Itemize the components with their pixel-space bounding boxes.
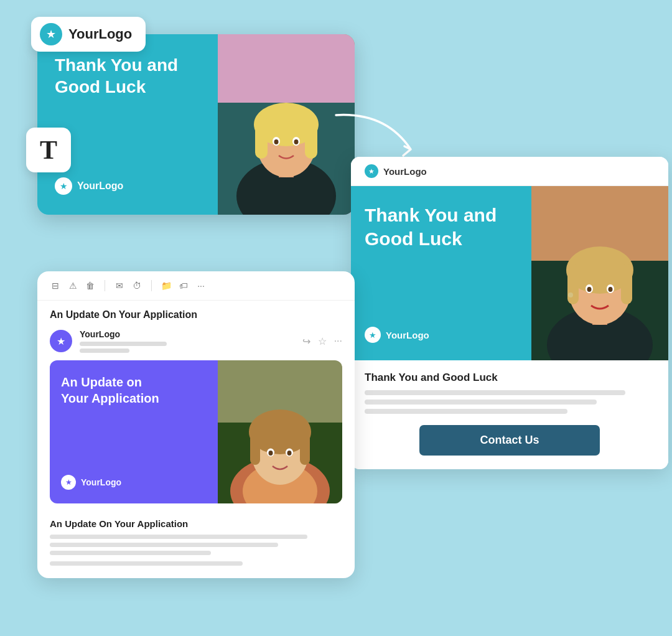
email-card-title: An Update onYour Application (61, 374, 207, 406)
star-action-icon[interactable]: ☆ (318, 335, 327, 347)
text-tool-badge: T (26, 128, 71, 172)
sender-date-line (80, 348, 129, 353)
clock-icon[interactable]: ⏱ (131, 281, 142, 291)
email-card-person-image (218, 360, 342, 503)
svg-point-23 (609, 287, 613, 292)
sender-info: YourLogo (80, 329, 295, 353)
email-client-preview: ⊟ ⚠ 🗑 ✉ ⏱ 📁 🏷 ··· An Update On Your Appl… (37, 271, 355, 578)
sender-actions: ↪ ☆ ··· (302, 335, 342, 347)
more-action-icon[interactable]: ··· (334, 335, 342, 347)
svg-rect-19 (621, 264, 632, 304)
star-icon-right-header: ★ (365, 164, 378, 178)
card-logo-text: YourLogo (77, 180, 123, 192)
email-toolbar: ⊟ ⚠ 🗑 ✉ ⏱ 📁 🏷 ··· (37, 271, 355, 301)
archive-icon[interactable]: ⊟ (50, 281, 61, 291)
toolbar-separator-2 (151, 280, 152, 291)
svg-rect-18 (567, 264, 579, 304)
person-svg-right (531, 186, 668, 360)
trash-icon[interactable]: 🗑 (85, 281, 96, 291)
right-header-logo-text: YourLogo (383, 166, 427, 177)
folder-icon[interactable]: 📁 (161, 281, 172, 291)
right-preview-header: ★ YourLogo (351, 157, 668, 186)
email-card-logo-text: YourLogo (81, 477, 121, 487)
mail-icon[interactable]: ✉ (114, 281, 125, 291)
teal-card-logo-bottom: ★ YourLogo (55, 177, 200, 195)
svg-point-22 (587, 287, 592, 292)
svg-rect-7 (305, 115, 317, 159)
right-hero-logo-text: YourLogo (386, 330, 429, 340)
top-left-email-template: ★ YourLogo T Thank You andGood Luck ★ Yo… (37, 34, 355, 215)
teal-card-title: Thank You andGood Luck (55, 54, 200, 98)
contact-us-button[interactable]: Contact Us (419, 425, 600, 456)
more-icon[interactable]: ··· (195, 281, 207, 291)
right-email-preview: ★ YourLogo Thank You andGood Luck ★ Your… (351, 157, 668, 469)
right-body-title: Thank You and Good Luck (365, 372, 655, 384)
svg-rect-33 (300, 428, 310, 465)
toolbar-separator-1 (105, 280, 105, 291)
text-tool-letter: T (40, 135, 57, 165)
email-body-line-4 (50, 561, 243, 566)
content-line-3 (365, 409, 567, 414)
logo-text-top: YourLogo (68, 26, 132, 42)
right-hero-logo: ★ YourLogo (365, 327, 518, 343)
svg-point-11 (294, 139, 299, 144)
logo-badge-top: ★ YourLogo (31, 17, 146, 52)
email-card-left: An Update onYour Application ★ YourLogo (50, 360, 218, 503)
sender-avatar: ★ (50, 330, 72, 352)
reply-icon[interactable]: ↪ (302, 335, 310, 347)
star-icon-right-hero: ★ (365, 327, 381, 343)
svg-rect-32 (250, 428, 260, 465)
right-hero-left: Thank You andGood Luck ★ YourLogo (351, 186, 531, 360)
email-card-logo: ★ YourLogo (61, 475, 207, 490)
tag-icon[interactable]: 🏷 (178, 281, 189, 291)
svg-point-24 (568, 292, 573, 297)
right-preview-body: Thank You and Good Luck Contact Us (351, 360, 668, 469)
teal-card-left: Thank You andGood Luck ★ YourLogo (37, 34, 218, 215)
content-line-2 (365, 400, 597, 405)
right-preview-hero: Thank You andGood Luck ★ YourLogo (351, 186, 668, 360)
svg-point-10 (274, 139, 279, 144)
content-line-1 (365, 390, 625, 395)
star-icon: ★ (40, 23, 62, 45)
star-icon-email-card: ★ (61, 475, 76, 490)
email-body-line-3 (50, 551, 211, 555)
right-hero-title: Thank You andGood Luck (365, 203, 518, 250)
sender-email-line (80, 342, 167, 346)
svg-point-36 (269, 451, 273, 456)
email-sender-row: ★ YourLogo ↪ ☆ ··· (37, 327, 355, 360)
star-icon-card: ★ (55, 177, 72, 195)
teal-email-card: Thank You andGood Luck ★ YourLogo (37, 34, 355, 215)
email-body-title: An Update On Your Application (50, 518, 342, 529)
right-hero-person-image (531, 186, 668, 360)
email-body-section: An Update On Your Application (37, 512, 355, 578)
sender-name: YourLogo (80, 329, 295, 339)
alert-icon[interactable]: ⚠ (67, 281, 78, 291)
email-subject: An Update On Your Application (37, 301, 355, 327)
svg-point-37 (287, 451, 292, 456)
person-svg-email (218, 360, 342, 503)
email-preview-card: An Update onYour Application ★ YourLogo (50, 360, 342, 503)
email-body-line-2 (50, 543, 278, 547)
email-body-line-1 (50, 535, 307, 539)
svg-rect-6 (255, 115, 268, 159)
